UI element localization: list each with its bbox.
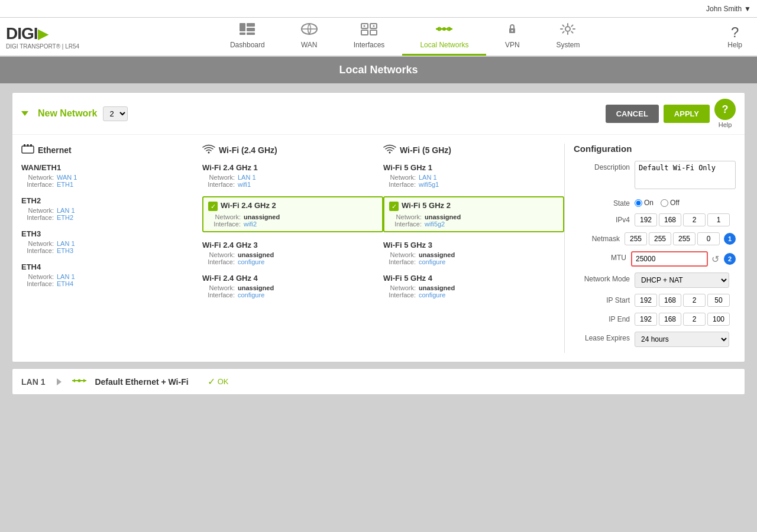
lease-expires-select[interactable]: 1 hour 2 hours 4 hours 8 hours 12 hours … [635,332,729,347]
wifi5-3-iface-label: Interface: [383,258,416,265]
eth1-network-value[interactable]: WAN 1 [57,174,77,181]
wifi5-2-network-value: unassigned [425,213,457,220]
wifi5-1-iface-value[interactable]: wifi5g1 [419,181,439,188]
ip-end-octet2[interactable] [659,313,681,326]
ipv4-octet3[interactable] [683,213,706,226]
config-title: Configuration [574,144,736,154]
eth1-iface-value[interactable]: ETH1 [57,181,73,188]
eth4-iface-label: Interface: [21,280,54,287]
wifi5-1-network-value[interactable]: LAN 1 [419,174,437,181]
collapse-icon[interactable] [21,111,28,116]
logo-arrow: ▶ [38,25,48,42]
state-off-label[interactable]: Off [661,199,680,207]
number-select[interactable]: 1 2 3 4 [103,106,128,121]
wifi5-2-checkbox[interactable]: ✓ [389,202,399,211]
nav-help[interactable]: ? Help [719,20,751,54]
ipv4-octet4[interactable] [707,213,730,226]
eth4-iface-value[interactable]: ETH4 [57,280,73,287]
wifi24-1-network-value[interactable]: LAN 1 [238,174,256,181]
config-ip-start-value [635,294,736,307]
svg-rect-24 [27,144,29,147]
wifi24-2-network-row: Network: unassigned [208,213,377,220]
config-ip-start-row: IP Start [574,294,736,307]
nav-item-local-networks[interactable]: Local Networks [402,18,486,56]
network-mode-select[interactable]: DHCP + NAT DHCP Static Bridge [635,273,729,288]
state-on-label[interactable]: On [635,199,654,207]
ip-end-octet4[interactable] [707,313,730,326]
lan1-expand-icon[interactable] [57,378,62,385]
reset-icon[interactable]: ↺ [711,254,719,265]
page-title: Local Networks [339,64,418,76]
eth3-network-value[interactable]: LAN 1 [57,240,75,247]
ip-start-octet3[interactable] [683,294,706,307]
user-menu[interactable]: John Smith ▼ [706,5,751,13]
ethernet-label: Ethernet [38,145,72,155]
config-lease-label: Lease Expires [574,332,630,342]
netmask-octet4[interactable] [697,232,720,245]
netmask-octet1[interactable] [625,232,647,245]
eth2-iface-label: Interface: [21,214,54,221]
wifi5-1-network-row: Network: LAN 1 [383,174,564,181]
eth3-iface-value[interactable]: ETH3 [57,247,73,254]
eth2-iface-row: Interface: ETH2 [21,214,202,221]
wifi24-3-iface-label: Interface: [202,258,235,265]
eth4-network-value[interactable]: LAN 1 [57,273,75,280]
nav-item-system[interactable]: System [538,18,597,56]
wifi5-3-network-label: Network: [383,251,416,258]
wifi24-3-iface-value[interactable]: configure [238,258,264,265]
wifi5-3-iface-row: Interface: configure [383,258,564,265]
help-button[interactable]: ? [714,99,736,120]
config-mtu-label: MTU [574,251,626,262]
wifi24-2-checkbox[interactable]: ✓ [208,202,218,211]
ip-end-octet1[interactable] [635,313,657,326]
eth1-iface-label: Interface: [21,181,54,188]
config-state-label: State [574,197,630,207]
nav-item-interfaces[interactable]: Interfaces [336,18,403,56]
wifi5-2-iface-value[interactable]: wifi5g2 [425,220,445,228]
ipv4-octet2[interactable] [659,213,681,226]
description-textarea[interactable] [635,161,736,189]
config-description-row: Description [574,161,736,191]
wifi24-1-network-row: Network: LAN 1 [202,174,383,181]
ip-start-octet1[interactable] [635,294,657,307]
wifi5-3-iface-value[interactable]: configure [419,258,445,265]
wifi5-1-iface-row: Interface: wifi5g1 [383,181,564,188]
svg-rect-3 [240,33,245,35]
wifi24-1-iface-value[interactable]: wifi1 [238,181,251,188]
ip-end-octet3[interactable] [683,313,706,326]
ipv4-octet1[interactable] [635,213,657,226]
config-netmask-label: Netmask [574,232,620,243]
wifi5-2-iface-row: Interface: wifi5g2 [389,220,558,228]
ip-start-octet4[interactable] [707,294,730,307]
config-lease-row: Lease Expires 1 hour 2 hours 4 hours 8 h… [574,332,736,347]
eth4-title: ETH4 [21,262,202,271]
config-ip-end-value [635,313,736,326]
lan1-network-icon [71,376,88,387]
wifi24-4-iface-value[interactable]: configure [238,291,264,299]
state-off-radio[interactable] [661,199,668,207]
eth2-network-value[interactable]: LAN 1 [57,207,75,214]
nav-item-vpn[interactable]: VPN [486,18,538,56]
netmask-octet2[interactable] [649,232,671,245]
nav-item-dashboard[interactable]: Dashboard [212,18,283,56]
apply-button[interactable]: APPLY [664,105,710,123]
card-actions: CANCEL APPLY ? Help [606,99,736,128]
ethernet-icon [21,144,34,156]
eth2-iface-value[interactable]: ETH2 [57,214,73,221]
mtu-input[interactable] [631,251,708,267]
wifi24-2-iface-value[interactable]: wifi2 [244,220,257,228]
state-on-radio[interactable] [635,199,642,207]
network-number-select[interactable]: 1 2 3 4 [103,106,128,121]
ip-start-octet2[interactable] [659,294,681,307]
nav-item-wan[interactable]: WAN [283,18,336,56]
ipv4-inputs [635,213,736,226]
config-description-value[interactable] [635,161,736,191]
wifi24-4-iface-row: Interface: configure [202,291,383,299]
wifi24-1-network-label: Network: [202,174,235,181]
svg-point-27 [389,152,391,154]
cancel-button[interactable]: CANCEL [606,105,659,123]
svg-rect-22 [22,146,34,153]
netmask-octet3[interactable] [673,232,695,245]
wifi24-header: Wi-Fi (2.4 GHz) [202,144,383,156]
wifi5-4-iface-value[interactable]: configure [419,291,445,299]
